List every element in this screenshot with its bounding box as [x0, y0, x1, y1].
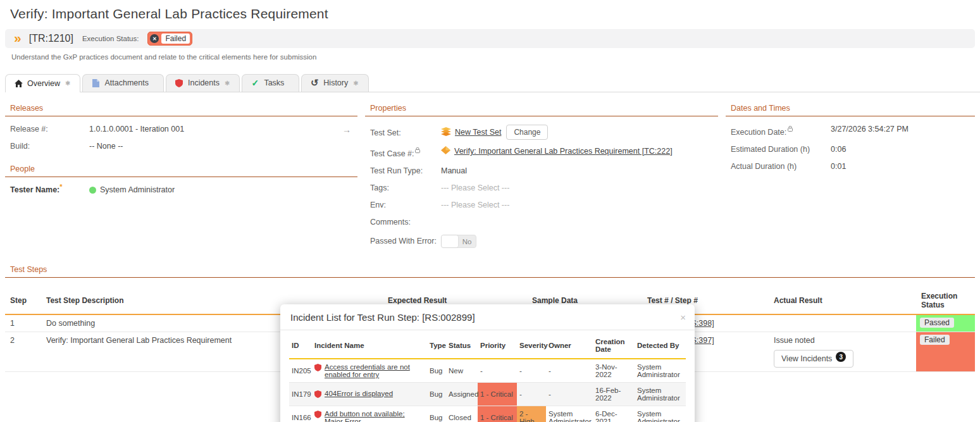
section-heading-releases: Releases — [5, 104, 357, 116]
incident-severity: 2 - High — [517, 406, 546, 422]
test-set-stack-icon — [441, 127, 451, 138]
build-label: Build: — [10, 142, 89, 151]
tab-label: Attachments — [104, 78, 148, 87]
incident-link[interactable]: Access credentials are not enabled for e… — [325, 363, 425, 378]
tab-modified-star: ✱ — [225, 80, 230, 87]
tab-history[interactable]: ↺ History ✱ — [301, 74, 368, 92]
col-incident-name: Incident Name — [312, 333, 427, 359]
step-actual — [769, 314, 916, 332]
view-incidents-button[interactable]: View Incidents 3 — [774, 350, 853, 368]
col-status: Status — [446, 333, 478, 359]
estimated-duration-row: Estimated Duration (h) 0:06 — [726, 145, 975, 154]
task-check-icon: ✓ — [251, 78, 259, 87]
incident-link[interactable]: Add button not available; Major Error — [325, 410, 425, 422]
change-test-set-button[interactable]: Change — [506, 125, 548, 140]
test-set-row: Test Set: New Test Set Change — [365, 125, 718, 140]
tab-attachments[interactable]: Attachments — [82, 74, 163, 92]
step-number: 1 — [5, 314, 41, 332]
execution-status-cell: Passed — [916, 314, 975, 332]
test-set-label: Test Set: — [370, 125, 441, 137]
tester-name-value: System Administrator — [89, 185, 175, 194]
release-value: 1.0.1.0.0001 - Iteration 001 — [89, 125, 184, 133]
test-case-label: Test Case #: — [370, 146, 441, 158]
release-label: Release #: — [10, 125, 89, 133]
test-case-row: Test Case #: Verify: Important General L… — [365, 146, 718, 158]
passed-with-error-row: Passed With Error: No — [365, 235, 718, 248]
incident-status: Assigned — [446, 383, 478, 406]
incident-row[interactable]: IN205 Access credentials are not enabled… — [289, 359, 686, 383]
incident-shield-icon — [314, 364, 321, 373]
passed-with-error-toggle[interactable]: No — [441, 235, 476, 248]
incident-owner: System Administrator — [546, 406, 593, 422]
execution-status-cell: Failed — [916, 332, 975, 372]
incident-shield-icon — [314, 411, 321, 419]
double-chevron-right-icon[interactable]: » — [14, 31, 20, 44]
incident-creation-date: 16-Feb-2022 — [593, 383, 635, 406]
section-heading-test-steps: Test Steps — [5, 265, 975, 278]
env-label: Env: — [370, 201, 441, 209]
incident-owner: - — [546, 359, 593, 383]
execution-date-value: 3/27/2026 3:54:27 PM — [831, 125, 909, 133]
toggle-knob — [442, 235, 458, 247]
tab-label: History — [323, 78, 348, 87]
history-icon: ↺ — [310, 78, 319, 87]
incident-owner: - — [546, 383, 593, 406]
attachment-file-icon — [91, 78, 100, 87]
tab-label: Tasks — [264, 78, 284, 87]
execution-status-badge: ✕ Failed — [147, 32, 192, 46]
incident-header-row: ID Incident Name Type Status Priority Se… — [289, 333, 686, 359]
incident-status: New — [446, 359, 478, 383]
actual-duration-value: 0:01 — [831, 162, 846, 171]
incident-detected-by: System Administrator — [635, 359, 686, 383]
incident-id: IN179 — [289, 383, 312, 406]
close-icon[interactable]: × — [680, 313, 686, 322]
section-heading-properties: Properties — [365, 104, 718, 116]
test-run-description: Understand the GxP practices document an… — [0, 48, 980, 61]
step-actual: Issue noted View Incidents 3 — [769, 332, 916, 372]
tab-label: Overview — [27, 79, 60, 88]
incident-priority: 1 - Critical — [478, 406, 517, 422]
incident-type: Bug — [427, 359, 446, 383]
col-exec-status: Execution Status — [916, 288, 975, 314]
env-select[interactable]: --- Please Select --- — [441, 201, 509, 209]
incident-shield-icon — [314, 390, 321, 399]
step-number: 2 — [5, 332, 41, 372]
incident-type: Bug — [427, 406, 446, 422]
tags-label: Tags: — [370, 183, 441, 192]
test-run-type-row: Test Run Type: Manual — [365, 166, 718, 175]
incident-status: Closed — [446, 406, 478, 422]
test-run-header-bar: » [TR:1210] Execution Status: ✕ Failed — [5, 29, 975, 48]
passed-with-error-label: Passed With Error: — [370, 235, 441, 245]
incident-row[interactable]: IN179 404Error is displayed Bug Assigned… — [289, 383, 686, 406]
col-priority: Priority — [478, 333, 517, 359]
incident-type: Bug — [427, 383, 446, 406]
incident-row[interactable]: IN166 Add button not available; Major Er… — [289, 406, 686, 422]
section-heading-dates: Dates and Times — [726, 104, 975, 116]
incident-table: ID Incident Name Type Status Priority Se… — [289, 333, 686, 422]
modal-title: Incident List for Test Run Step: [RS:002… — [290, 312, 475, 323]
col-id: ID — [289, 333, 312, 359]
incident-creation-date: 3-Nov-2022 — [593, 359, 635, 383]
comments-row: Comments: — [365, 218, 718, 227]
toggle-value: No — [458, 238, 476, 245]
tab-tasks[interactable]: ✓ Tasks — [242, 74, 299, 92]
tab-overview[interactable]: Overview ✱ — [5, 74, 80, 92]
test-run-id: [TR:1210] — [29, 33, 73, 44]
lock-icon — [788, 125, 793, 133]
arrow-right-icon[interactable]: → — [342, 125, 351, 135]
tags-select[interactable]: --- Please Select --- — [441, 183, 509, 192]
test-case-link[interactable]: Verify: Important General Lab Practices … — [454, 147, 673, 156]
home-icon — [14, 79, 23, 88]
incident-name-cell: Add button not available; Major Error — [312, 406, 427, 422]
col-severity: Severity — [517, 333, 546, 359]
comments-label: Comments: — [370, 218, 441, 227]
incident-list-modal: Incident List for Test Run Step: [RS:002… — [280, 304, 695, 422]
incident-count-badge: 3 — [836, 352, 846, 362]
col-owner: Owner — [546, 333, 593, 359]
test-set-link[interactable]: New Test Set — [455, 128, 501, 137]
build-value: -- None -- — [89, 142, 123, 151]
test-run-type-label: Test Run Type: — [370, 166, 441, 175]
incident-link[interactable]: 404Error is displayed — [325, 390, 393, 397]
tab-incidents[interactable]: Incidents ✱ — [166, 74, 240, 92]
test-run-type-value: Manual — [441, 166, 467, 175]
